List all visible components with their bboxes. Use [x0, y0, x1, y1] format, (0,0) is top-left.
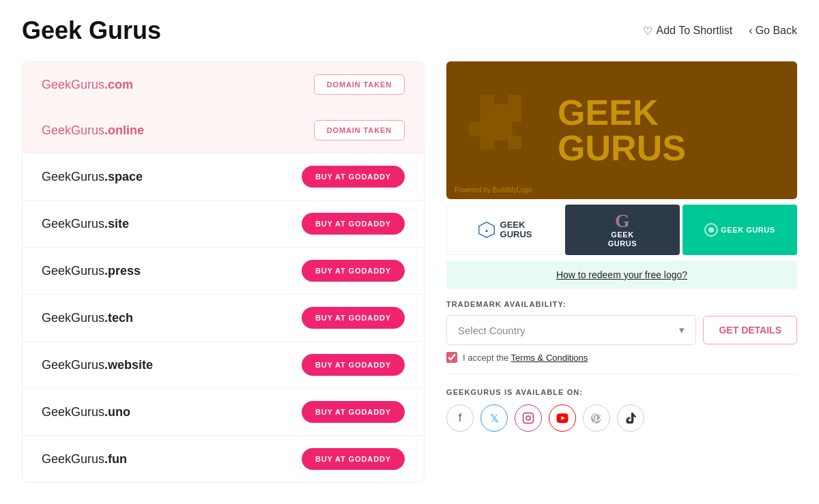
domain-row: GeekGurus.spaceBUY AT GODADDY: [23, 153, 424, 201]
social-icons: f 𝕏: [446, 404, 797, 432]
logo-variant-light[interactable]: ▲ GEEKGURUS: [446, 205, 562, 255]
page-title: Geek Gurus: [22, 16, 161, 45]
social-section: GEEKGURUS IS AVAILABLE ON: f 𝕏: [446, 388, 797, 432]
terms-checkbox[interactable]: [446, 352, 457, 363]
domain-row: GeekGurus.siteBUY AT GODADDY: [23, 201, 424, 248]
redeem-bar: How to redeem your free logo?: [446, 261, 797, 289]
logo-variants: ▲ GEEKGURUS G GEEKGURUS GEEK GURUS: [446, 205, 797, 255]
buy-at-godaddy-button[interactable]: BUY AT GODADDY: [302, 213, 405, 235]
right-panel: GEEKGURUS Powered by BuildMyLogo ▲ GEEKG…: [446, 61, 797, 483]
chevron-down-icon: ▾: [679, 324, 685, 336]
svg-text:▲: ▲: [484, 228, 489, 233]
domain-name: GeekGurus.com: [42, 78, 133, 92]
terms-row: I accept the Terms & Conditions: [446, 352, 797, 374]
add-shortlist-button[interactable]: ♡ Add To Shortlist: [643, 25, 733, 38]
domain-name: GeekGurus.press: [42, 264, 141, 278]
domain-row: GeekGurus.techBUY AT GODADDY: [23, 295, 424, 342]
domains-panel: GeekGurus.comDOMAIN TAKENGeekGurus.onlin…: [22, 61, 425, 483]
domain-name: GeekGurus.site: [42, 217, 129, 231]
domain-taken-button[interactable]: DOMAIN TAKEN: [314, 74, 405, 95]
buy-at-godaddy-button[interactable]: BUY AT GODADDY: [302, 401, 405, 423]
domain-row: GeekGurus.pressBUY AT GODADDY: [23, 248, 424, 295]
domain-row: GeekGurus.comDOMAIN TAKEN: [23, 62, 424, 108]
get-details-button[interactable]: GET DETAILS: [703, 316, 797, 344]
youtube-icon[interactable]: [549, 404, 576, 432]
trademark-label: TRADEMARK AVAILABILITY:: [446, 300, 797, 308]
domain-name: GeekGurus.online: [42, 123, 144, 138]
svg-point-3: [526, 416, 530, 420]
puzzle-bg-icon: [460, 88, 542, 173]
domain-row: GeekGurus.unoBUY AT GODADDY: [23, 389, 424, 436]
domain-row: GeekGurus.onlineDOMAIN TAKEN: [23, 108, 424, 153]
social-label: GEEKGURUS IS AVAILABLE ON:: [446, 388, 797, 396]
pinterest-icon[interactable]: [583, 404, 610, 432]
heart-icon: ♡: [643, 25, 652, 38]
domain-name: GeekGurus.space: [42, 170, 143, 184]
country-select[interactable]: Select Country ▾: [446, 315, 696, 345]
trademark-section: TRADEMARK AVAILABILITY: Select Country ▾…: [446, 300, 797, 374]
terms-conditions-link[interactable]: Terms & Conditions: [511, 353, 588, 363]
buy-at-godaddy-button[interactable]: BUY AT GODADDY: [302, 448, 405, 470]
domain-taken-button[interactable]: DOMAIN TAKEN: [314, 120, 405, 140]
domain-row: GeekGurus.funBUY AT GODADDY: [23, 436, 424, 482]
facebook-icon[interactable]: f: [446, 404, 474, 432]
domain-name: GeekGurus.fun: [42, 452, 127, 466]
svg-point-4: [530, 415, 532, 416]
powered-by-label: Powered by BuildMyLogo: [455, 186, 532, 194]
domain-row: GeekGurus.websiteBUY AT GODADDY: [23, 342, 424, 389]
domain-name: GeekGurus.website: [42, 358, 153, 372]
buy-at-godaddy-button[interactable]: BUY AT GODADDY: [302, 166, 405, 188]
logo-variant-green[interactable]: GEEK GURUS: [682, 205, 797, 255]
logo-main-content: GEEKGURUS: [558, 95, 686, 166]
buy-at-godaddy-button[interactable]: BUY AT GODADDY: [302, 307, 405, 329]
trademark-row: Select Country ▾ GET DETAILS: [446, 315, 797, 345]
buy-at-godaddy-button[interactable]: BUY AT GODADDY: [302, 354, 405, 376]
svg-rect-2: [523, 413, 534, 424]
page-header: Geek Gurus ♡ Add To Shortlist ‹ Go Back: [22, 16, 797, 45]
chevron-left-icon: ‹: [749, 25, 752, 37]
redeem-link-button[interactable]: How to redeem your free logo?: [556, 269, 687, 280]
buy-at-godaddy-button[interactable]: BUY AT GODADDY: [302, 260, 405, 282]
main-content: GeekGurus.comDOMAIN TAKENGeekGurus.onlin…: [22, 61, 797, 483]
go-back-button[interactable]: ‹ Go Back: [749, 25, 797, 37]
tiktok-icon[interactable]: [617, 404, 644, 432]
logo-main: GEEKGURUS Powered by BuildMyLogo: [446, 61, 797, 199]
header-actions: ♡ Add To Shortlist ‹ Go Back: [643, 25, 797, 38]
domain-name: GeekGurus.uno: [42, 405, 130, 419]
instagram-icon[interactable]: [515, 404, 542, 432]
logo-variant-dark[interactable]: G GEEKGURUS: [565, 205, 680, 255]
domain-name: GeekGurus.tech: [42, 311, 133, 325]
twitter-icon[interactable]: 𝕏: [480, 404, 508, 432]
